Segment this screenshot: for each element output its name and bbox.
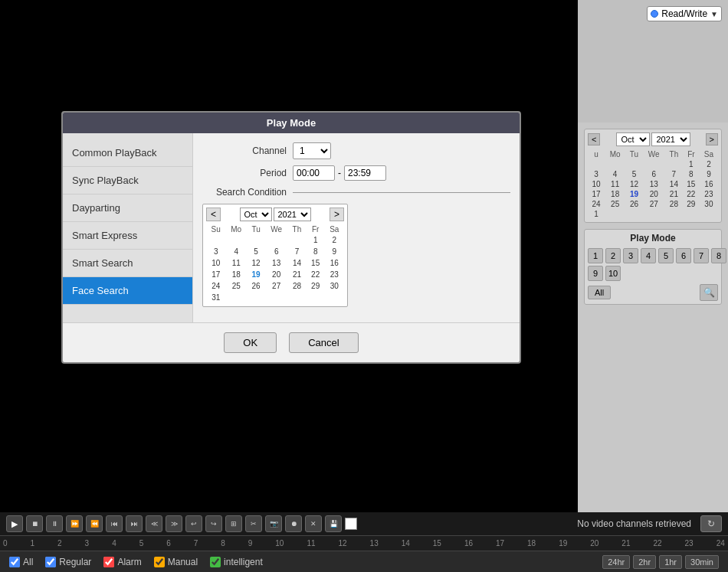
- mini-cal-day[interactable]: 25: [225, 280, 247, 292]
- mini-cal-day[interactable]: 16: [325, 257, 344, 269]
- mini-cal-day[interactable]: 5: [247, 246, 265, 257]
- right-cal-day[interactable]: 20: [643, 189, 665, 199]
- right-cal-day[interactable]: [643, 209, 665, 219]
- mini-cal-day[interactable]: [265, 292, 287, 303]
- right-cal-day[interactable]: 25: [605, 199, 625, 209]
- mini-cal-day[interactable]: [206, 234, 225, 246]
- speed-button[interactable]: ≫: [166, 515, 182, 532]
- right-cal-day[interactable]: 19: [625, 189, 642, 199]
- next-frame-button[interactable]: ⏭: [126, 515, 143, 532]
- right-cal-day[interactable]: 13: [643, 179, 665, 189]
- mini-cal-day[interactable]: 24: [206, 280, 225, 292]
- mini-cal-day[interactable]: 22: [307, 269, 325, 280]
- readwrite-dropdown[interactable]: Read/Write ▼: [647, 6, 722, 21]
- mini-cal-day[interactable]: 20: [265, 269, 287, 280]
- mini-cal-day[interactable]: 18: [225, 269, 247, 280]
- play-button[interactable]: ▶: [6, 515, 23, 532]
- right-cal-day[interactable]: 26: [625, 199, 642, 209]
- right-cal-day[interactable]: 2: [700, 159, 718, 169]
- mini-cal-day[interactable]: 19: [247, 269, 265, 280]
- right-cal-day[interactable]: 6: [643, 169, 665, 179]
- play-mode-num-1[interactable]: 1: [588, 248, 603, 263]
- screen-layout-button[interactable]: ⊞: [225, 515, 242, 532]
- save-button[interactable]: 💾: [325, 515, 342, 532]
- right-cal-day[interactable]: 12: [625, 179, 642, 189]
- right-cal-day[interactable]: [625, 209, 642, 219]
- play-mode-num-7[interactable]: 7: [694, 248, 709, 263]
- play-mode-num-9[interactable]: 9: [588, 266, 603, 281]
- slow-button[interactable]: ≪: [146, 515, 162, 532]
- mini-cal-day[interactable]: 12: [247, 257, 265, 269]
- pause-button[interactable]: ⏸: [46, 515, 63, 532]
- right-cal-day[interactable]: 14: [665, 179, 683, 189]
- right-cal-day[interactable]: 28: [665, 199, 683, 209]
- cancel-button[interactable]: Cancel: [289, 332, 358, 353]
- fast-forward-button[interactable]: ⏩: [66, 515, 83, 532]
- play-mode-all-btn[interactable]: All: [588, 286, 611, 299]
- right-cal-day[interactable]: [605, 209, 625, 219]
- right-cal-day[interactable]: 22: [683, 189, 700, 199]
- time-btn-24hr[interactable]: 24hr: [602, 555, 630, 569]
- mini-cal-next-btn[interactable]: >: [330, 208, 344, 221]
- close-button[interactable]: ✕: [305, 515, 322, 532]
- mini-cal-day[interactable]: 9: [325, 246, 344, 257]
- right-cal-day[interactable]: 4: [605, 169, 625, 179]
- mini-cal-day[interactable]: [247, 292, 265, 303]
- sidebar-item-smart-express[interactable]: Smart Express: [63, 222, 192, 250]
- prev-frame-button[interactable]: ⏮: [106, 515, 123, 532]
- right-cal-day[interactable]: 27: [643, 199, 665, 209]
- right-cal-day[interactable]: 9: [700, 169, 718, 179]
- right-cal-next-btn[interactable]: >: [706, 133, 718, 145]
- mini-cal-day[interactable]: [247, 234, 265, 246]
- channel-select[interactable]: 1: [293, 142, 331, 159]
- time-btn-1hr[interactable]: 1hr: [659, 555, 682, 569]
- mini-cal-day[interactable]: 26: [247, 280, 265, 292]
- right-cal-month-dropdown[interactable]: Oct: [616, 132, 650, 146]
- right-cal-day[interactable]: 23: [700, 189, 718, 199]
- right-cal-day[interactable]: 8: [683, 169, 700, 179]
- skip-fwd-button[interactable]: ↪: [205, 515, 222, 532]
- mini-cal-day[interactable]: 29: [307, 280, 325, 292]
- time-btn-30min[interactable]: 30min: [685, 555, 719, 569]
- play-mode-num-5[interactable]: 5: [658, 248, 674, 263]
- right-cal-year-dropdown[interactable]: 2021: [651, 132, 690, 146]
- mini-cal-day[interactable]: [287, 234, 307, 246]
- mini-cal-day[interactable]: 13: [265, 257, 287, 269]
- right-cal-day[interactable]: 7: [665, 169, 683, 179]
- mini-cal-day[interactable]: 30: [325, 280, 344, 292]
- time-btn-2hr[interactable]: 2hr: [633, 555, 656, 569]
- mini-cal-day[interactable]: 10: [206, 257, 225, 269]
- mini-cal-day[interactable]: 17: [206, 269, 225, 280]
- right-cal-day[interactable]: 1: [588, 209, 605, 219]
- sidebar-item-sync-playback[interactable]: Sync PlayBack: [63, 167, 192, 194]
- mini-cal-month-dropdown[interactable]: Oct: [240, 208, 272, 221]
- right-cal-day[interactable]: 15: [683, 179, 700, 189]
- mini-cal-day[interactable]: [265, 234, 287, 246]
- mini-cal-day[interactable]: 31: [206, 292, 225, 303]
- skip-back-button[interactable]: ↩: [185, 515, 202, 532]
- mini-cal-day[interactable]: 14: [287, 257, 307, 269]
- right-cal-day[interactable]: [588, 159, 605, 169]
- timeline-area[interactable]: 0123456789101112131415161718192021222324: [0, 535, 728, 551]
- right-cal-day[interactable]: 16: [700, 179, 718, 189]
- right-cal-day[interactable]: 29: [683, 199, 700, 209]
- right-cal-day[interactable]: 10: [588, 179, 605, 189]
- sidebar-item-smart-search[interactable]: Smart Search: [63, 250, 192, 277]
- right-cal-day[interactable]: [683, 209, 700, 219]
- legend-all-checkbox[interactable]: [9, 557, 20, 567]
- play-mode-num-10[interactable]: 10: [605, 266, 621, 281]
- mini-cal-day[interactable]: 3: [206, 246, 225, 257]
- mini-cal-day[interactable]: 23: [325, 269, 344, 280]
- mini-cal-day[interactable]: 15: [307, 257, 325, 269]
- mini-cal-day[interactable]: 28: [287, 280, 307, 292]
- right-cal-day[interactable]: 21: [665, 189, 683, 199]
- right-cal-day[interactable]: 11: [605, 179, 625, 189]
- play-mode-num-2[interactable]: 2: [605, 248, 621, 263]
- mini-cal-day[interactable]: 6: [265, 246, 287, 257]
- mini-cal-day[interactable]: [307, 292, 325, 303]
- mini-cal-day[interactable]: 7: [287, 246, 307, 257]
- mini-cal-prev-btn[interactable]: <: [206, 208, 221, 221]
- play-mode-num-3[interactable]: 3: [623, 248, 638, 263]
- stop-button[interactable]: ⏹: [26, 515, 43, 532]
- right-cal-day[interactable]: [665, 209, 683, 219]
